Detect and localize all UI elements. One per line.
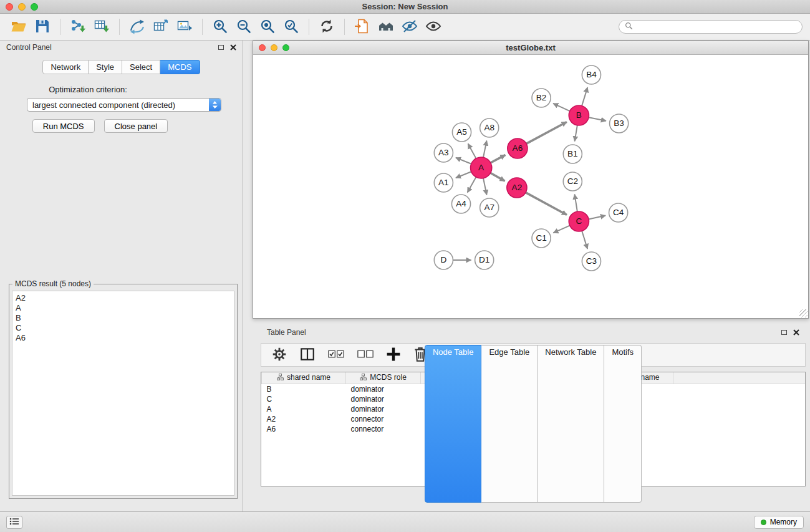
export-network-button[interactable] xyxy=(126,16,148,38)
minimize-window-button[interactable] xyxy=(18,3,26,11)
node-label: A5 xyxy=(456,128,467,137)
edge-A2-C[interactable] xyxy=(526,193,567,215)
edge-C-C3[interactable] xyxy=(582,231,587,249)
edge-A-A6[interactable] xyxy=(491,155,506,163)
edge-A-A3[interactable] xyxy=(456,158,471,164)
node-A1[interactable]: A1 xyxy=(434,173,453,192)
edge-C-C2[interactable] xyxy=(575,195,577,212)
network-window-controls xyxy=(259,44,289,51)
node-C[interactable]: C xyxy=(569,211,589,231)
import-table-file-button[interactable] xyxy=(90,16,113,38)
node-C2[interactable]: C2 xyxy=(563,172,582,191)
apply-layout-button[interactable] xyxy=(316,16,338,38)
tab-network[interactable]: Network xyxy=(42,60,89,74)
task-history-button[interactable] xyxy=(6,516,22,529)
maximize-window-button[interactable] xyxy=(31,3,38,11)
edge-A-A1[interactable] xyxy=(456,172,471,178)
toolbar-separator xyxy=(344,19,345,35)
edge-B-B3[interactable] xyxy=(589,117,606,121)
node-A8[interactable]: A8 xyxy=(480,118,499,137)
tab-edge-table[interactable]: Edge Table xyxy=(481,345,538,503)
node-label: C4 xyxy=(613,208,624,218)
node-B4[interactable]: B4 xyxy=(582,65,600,84)
node-A4[interactable]: A4 xyxy=(451,195,470,213)
node-A6[interactable]: A6 xyxy=(508,138,528,158)
node-A[interactable]: A xyxy=(471,157,492,178)
node-C1[interactable]: C1 xyxy=(532,229,551,248)
edge-A-A8[interactable] xyxy=(483,141,486,158)
search-input[interactable] xyxy=(636,22,796,31)
mcds-result-list: A2ABCA6 xyxy=(12,291,234,496)
close-panel-icon[interactable] xyxy=(230,44,236,51)
network-document-icon xyxy=(354,18,370,36)
zoom-in-button[interactable] xyxy=(209,16,231,38)
tab-select[interactable]: Select xyxy=(122,60,160,74)
show-graphics-details-button[interactable] xyxy=(422,16,445,38)
open-session-button[interactable] xyxy=(7,16,30,38)
edge-B-B1[interactable] xyxy=(575,125,577,142)
node-B1[interactable]: B1 xyxy=(563,145,582,163)
open-network-file-button[interactable] xyxy=(351,16,374,38)
node-B[interactable]: B xyxy=(569,105,589,125)
export-table-button[interactable] xyxy=(150,16,172,38)
tab-node-table[interactable]: Node Table xyxy=(425,345,482,503)
node-label: A8 xyxy=(484,123,494,133)
minimize-network-window-button[interactable] xyxy=(271,44,277,51)
zoom-selected-button[interactable] xyxy=(280,16,302,38)
edge-C-C4[interactable] xyxy=(589,216,605,220)
node-C3[interactable]: C3 xyxy=(582,252,600,271)
result-item-C[interactable]: C xyxy=(16,323,231,333)
close-mcds-panel-button[interactable]: Close panel xyxy=(104,119,168,133)
edge-C-C1[interactable] xyxy=(553,226,569,233)
criterion-dropdown[interactable]: largest connected component (directed) xyxy=(27,98,221,112)
close-window-button[interactable] xyxy=(6,3,13,11)
network-window-title: testGlobe.txt xyxy=(253,43,808,52)
node-B3[interactable]: B3 xyxy=(610,114,629,133)
window-resize-grip[interactable] xyxy=(799,309,808,317)
node-B2[interactable]: B2 xyxy=(532,89,551,107)
import-network-file-button[interactable] xyxy=(67,16,89,38)
edge-B-B2[interactable] xyxy=(553,104,570,111)
tab-mcds[interactable]: MCDS xyxy=(160,60,200,74)
maximize-network-window-button[interactable] xyxy=(282,44,289,51)
tab-style[interactable]: Style xyxy=(89,60,122,74)
home-button[interactable] xyxy=(375,16,397,38)
save-session-button[interactable] xyxy=(31,16,54,38)
result-item-B[interactable]: B xyxy=(16,313,231,323)
node-C4[interactable]: C4 xyxy=(609,203,628,222)
tab-network-table[interactable]: Network Table xyxy=(538,345,604,503)
eye-icon xyxy=(425,18,441,36)
edge-A6-B[interactable] xyxy=(526,122,567,144)
edge-A-A4[interactable] xyxy=(468,177,476,193)
edge-A-A7[interactable] xyxy=(483,178,486,195)
float-table-panel-icon[interactable] xyxy=(781,330,787,335)
node-D1[interactable]: D1 xyxy=(475,251,494,269)
close-table-panel-icon[interactable] xyxy=(793,329,799,336)
node-A7[interactable]: A7 xyxy=(480,198,499,217)
result-item-A6[interactable]: A6 xyxy=(16,333,231,343)
toolbar-separator xyxy=(202,19,203,35)
floppy-disk-icon xyxy=(34,18,51,36)
node-label: B xyxy=(576,111,582,120)
run-mcds-button[interactable]: Run MCDS xyxy=(32,119,95,133)
node-D[interactable]: D xyxy=(434,251,453,269)
node-A2[interactable]: A2 xyxy=(507,178,527,198)
edge-A-A2[interactable] xyxy=(491,173,505,181)
edge-B-B4[interactable] xyxy=(582,87,587,106)
hide-graphics-details-button[interactable] xyxy=(398,16,421,38)
network-canvas[interactable]: AA6A2BCA1A3A4A5A7A8B1B2B3B4C1C2C3C4DD1 xyxy=(253,55,808,318)
node-label: A7 xyxy=(484,203,494,213)
zoom-out-button[interactable] xyxy=(233,16,255,38)
close-network-window-button[interactable] xyxy=(259,44,266,51)
tab-motifs[interactable]: Motifs xyxy=(604,345,642,503)
node-A3[interactable]: A3 xyxy=(434,143,453,162)
result-item-A[interactable]: A xyxy=(16,303,231,313)
memory-button[interactable]: Memory xyxy=(754,516,804,529)
table-panel: Table Panel f(x) xyxy=(261,326,806,508)
export-image-button[interactable] xyxy=(173,16,196,38)
zoom-fit-button[interactable] xyxy=(256,16,279,38)
node-A5[interactable]: A5 xyxy=(452,123,471,142)
float-panel-icon[interactable] xyxy=(218,45,224,50)
result-item-A2[interactable]: A2 xyxy=(16,293,231,303)
edge-A-A5[interactable] xyxy=(468,143,476,158)
